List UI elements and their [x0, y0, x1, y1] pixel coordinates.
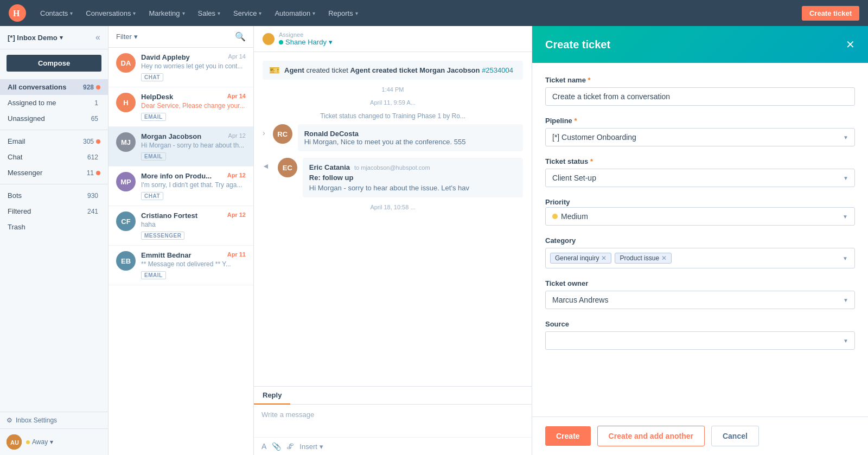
category-label: Category: [545, 236, 855, 245]
unread-dot: [96, 171, 100, 175]
left-sidebar: [*] Inbox Demo ▾ « Compose All conversat…: [0, 26, 108, 455]
ticket-status-select-wrapper: Client Set-up: [545, 169, 855, 187]
source-label: Source: [545, 320, 855, 328]
system-message: 🎫 Agent created ticket Agent created tic…: [263, 61, 523, 80]
ticket-icon: 🎫: [269, 65, 280, 75]
pipeline-group: Pipeline * [*] Customer Onboarding: [545, 117, 855, 146]
expand-icon[interactable]: ›: [263, 129, 265, 137]
create-button[interactable]: Create: [545, 426, 591, 446]
reply-tabs: Reply: [254, 387, 532, 405]
sidebar-item-trash[interactable]: Trash: [0, 219, 108, 235]
sidebar-item-bots[interactable]: Bots 930: [0, 188, 108, 203]
chevron-icon: ▾: [259, 10, 261, 16]
conv-item-morgan-jacobson[interactable]: MJ Morgan Jacobson Apr 12 Hi Morgan - so…: [108, 127, 253, 166]
expand-icon[interactable]: ▼: [262, 163, 271, 170]
sidebar-item-assigned-to-me[interactable]: Assigned to me 1: [0, 95, 108, 111]
attachment-button[interactable]: 📎: [272, 442, 281, 451]
chevron-icon: ▾: [133, 10, 136, 16]
conv-reply: Reply Write a message A 📎 🖇 Insert ▾: [254, 386, 532, 455]
conversations-list: Filter ▾ 🔍 DA David Appleby Apr 14 Hey n…: [108, 26, 254, 455]
inbox-settings-button[interactable]: ⚙ Inbox Settings: [0, 412, 108, 428]
sidebar-item-email[interactable]: Email 305: [0, 133, 108, 149]
nav-reports[interactable]: Reports ▾: [323, 6, 363, 21]
unread-dot: [96, 139, 100, 144]
nav-conversations[interactable]: Conversations ▾: [80, 6, 141, 21]
sidebar-item-filtered[interactable]: Filtered 241: [0, 203, 108, 219]
conv-items: DA David Appleby Apr 14 Hey no worries l…: [108, 48, 253, 455]
hubspot-logo[interactable]: H: [9, 4, 26, 22]
reply-toolbar: A 📎 🖇 Insert ▾: [254, 437, 532, 455]
nav-marketing[interactable]: Marketing ▾: [143, 6, 190, 21]
status-badge[interactable]: Away ▾: [26, 438, 53, 446]
status-dot: [26, 440, 30, 444]
chevron-down-icon: ▾: [329, 38, 333, 46]
main-layout: [*] Inbox Demo ▾ « Compose All conversat…: [0, 26, 868, 455]
filter-button[interactable]: Filter ▾: [116, 33, 138, 41]
ticket-owner-label: Ticket owner: [545, 279, 855, 287]
create-and-add-another-button[interactable]: Create and add another: [597, 426, 705, 446]
avatar: EB: [116, 251, 136, 271]
source-select[interactable]: [545, 331, 855, 350]
sidebar-header: [*] Inbox Demo ▾ «: [0, 26, 108, 49]
category-tag-general: General inquiry ✕: [550, 253, 611, 264]
nav-divider: [0, 130, 108, 130]
svg-text:AU: AU: [10, 439, 19, 446]
avatar: H: [116, 93, 136, 112]
panel-footer: Create Create and add another Cancel: [532, 416, 868, 455]
chevron-down-icon: ▾: [50, 438, 53, 446]
reply-area[interactable]: Write a message: [254, 405, 532, 437]
chevron-icon: ▾: [355, 10, 358, 16]
nav-automation[interactable]: Automation ▾: [269, 6, 321, 21]
pipeline-label: Pipeline *: [545, 117, 855, 125]
sidebar-item-chat[interactable]: Chat 612: [0, 149, 108, 165]
category-tags-input[interactable]: General inquiry ✕ Product issue ✕: [545, 248, 855, 268]
search-button[interactable]: 🔍: [235, 31, 246, 42]
text-format-button[interactable]: A: [261, 442, 266, 451]
avatar: MP: [116, 172, 136, 191]
sidebar-item-unassigned[interactable]: Unassigned 65: [0, 111, 108, 126]
close-panel-button[interactable]: ✕: [846, 39, 855, 50]
conv-item-cristiano-fortest[interactable]: CF Cristiano Fortest Apr 12 haha MESSENG…: [108, 206, 253, 246]
cancel-button[interactable]: Cancel: [711, 426, 759, 446]
create-ticket-nav-button[interactable]: Create ticket: [802, 6, 859, 21]
ticket-owner-select[interactable]: Marcus Andrews: [545, 291, 855, 309]
online-dot: [279, 40, 283, 44]
conv-item-emmitt-bednar[interactable]: EB Emmitt Bednar Apr 11 ** Message not d…: [108, 246, 253, 285]
ticket-status-group: Ticket status * Client Set-up: [545, 157, 855, 187]
avatar: AU: [7, 434, 22, 450]
svg-text:H: H: [13, 9, 20, 18]
source-select-wrapper: [545, 331, 855, 350]
conv-item-helpdesk[interactable]: H HelpDesk Apr 14 Dear Service, Please c…: [108, 87, 253, 127]
assignee-name[interactable]: Shane Hardy ▾: [279, 38, 333, 46]
insert-button[interactable]: Insert ▾: [299, 443, 323, 451]
sidebar-nav-list: All conversations 928 Assigned to me 1 U…: [0, 77, 108, 412]
sidebar-item-messenger[interactable]: Messenger 11: [0, 165, 108, 181]
top-nav: H Contacts ▾ Conversations ▾ Marketing ▾…: [0, 0, 868, 26]
remove-tag-button[interactable]: ✕: [601, 255, 607, 261]
pipeline-select[interactable]: [*] Customer Onboarding: [545, 128, 855, 146]
conv-item-more-info[interactable]: MP More info on Produ... Apr 12 I'm sorr…: [108, 166, 253, 206]
ticket-name-input[interactable]: [545, 87, 855, 106]
collapse-sidebar-button[interactable]: «: [95, 33, 100, 42]
chevron-down-icon: ▾: [60, 34, 63, 41]
nav-service[interactable]: Service ▾: [228, 6, 267, 21]
priority-group: Priority ● Medium ● Low ● High Medium ▼: [545, 198, 855, 226]
sidebar-footer: AU Away ▾: [0, 428, 108, 455]
nav-contacts[interactable]: Contacts ▾: [35, 6, 78, 21]
category-tag-product: Product issue ✕: [615, 253, 672, 264]
remove-tag-button[interactable]: ✕: [661, 255, 667, 261]
conversation-view: Assignee Shane Hardy ▾ 🎫 Agent created t…: [254, 26, 532, 455]
ticket-status-label: Ticket status *: [545, 157, 855, 165]
chevron-icon: ▾: [70, 10, 73, 16]
sidebar-item-all-conversations[interactable]: All conversations 928: [0, 79, 108, 95]
ticket-name-label: Ticket name *: [545, 76, 855, 84]
avatar: CF: [116, 212, 136, 231]
tab-reply[interactable]: Reply: [254, 387, 290, 405]
ticket-status-select[interactable]: Client Set-up: [545, 169, 855, 187]
conv-item-david-appleby[interactable]: DA David Appleby Apr 14 Hey no worries l…: [108, 48, 253, 87]
nav-sales[interactable]: Sales ▾: [193, 6, 226, 21]
compose-button[interactable]: Compose: [7, 55, 101, 72]
priority-select[interactable]: ● Medium ● Low ● High: [545, 209, 855, 228]
inbox-title[interactable]: [*] Inbox Demo ▾: [8, 34, 63, 42]
clip-button[interactable]: 🖇: [286, 442, 294, 451]
